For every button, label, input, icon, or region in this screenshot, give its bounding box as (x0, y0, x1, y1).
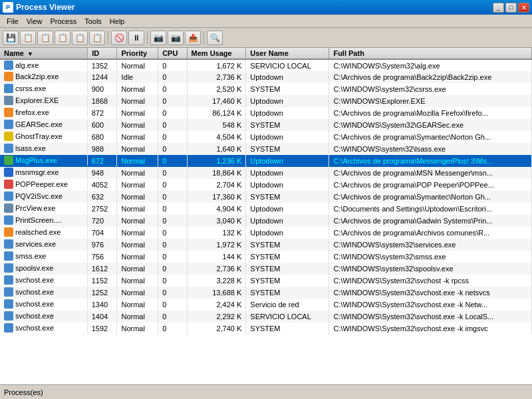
toolbar-copy2[interactable]: 📋 (37, 31, 53, 45)
table-row[interactable]: PrcView.exe2752Normal04,904 KUptodownC:\… (0, 203, 532, 215)
table-row[interactable]: POPPeeper.exe4052Normal02,704 KUptodownC… (0, 179, 532, 191)
table-row[interactable]: MsgPlus.exe672Normal01,236 KUptodownC:\A… (0, 155, 532, 167)
cell-user: Uptodown (246, 167, 329, 179)
cell-mem: 2,520 K (187, 83, 246, 95)
status-text: Process(es) (4, 388, 43, 396)
toolbar-copy3[interactable]: 📋 (55, 31, 70, 45)
toolbar-copy4[interactable]: 📋 (72, 31, 88, 45)
minimize-button[interactable]: _ (493, 3, 504, 13)
cell-name: PrcView.exe (0, 203, 88, 213)
toolbar-snap3[interactable]: 📤 (185, 31, 201, 45)
col-header-name[interactable]: Name ▼ (0, 48, 88, 59)
cell-cpu: 0 (158, 191, 187, 203)
cell-priority: Normal (117, 287, 158, 299)
maximize-button[interactable]: □ (505, 3, 517, 13)
proc-name: PQV2iSvc.exe (15, 192, 63, 200)
table-row[interactable]: firefox.exe872Normal086,124 KUptodownC:\… (0, 107, 532, 119)
cell-id: 1352 (88, 59, 117, 71)
cell-id: 600 (88, 119, 117, 131)
cell-user: SYSTEM (246, 251, 329, 263)
cell-id: 632 (88, 191, 117, 203)
cell-user: Servicio de red (246, 299, 329, 311)
menu-tools[interactable]: Tools (80, 16, 106, 27)
table-row[interactable]: realsched.exe704Normal0132 KUptodownC:\A… (0, 227, 532, 239)
toolbar-search[interactable]: 🔍 (207, 31, 223, 45)
process-table-container[interactable]: Name ▼ ID Priority CPU Mem Usage User Na… (0, 48, 532, 384)
cell-path: C:\Archivos de programa\Gadwin Systems\P… (329, 215, 532, 227)
sort-arrow: ▼ (27, 51, 33, 57)
menu-view[interactable]: View (23, 16, 47, 27)
table-row[interactable]: PQV2iSvc.exe632Normal017,360 KSYSTEMC:\A… (0, 191, 532, 203)
table-row[interactable]: spoolsv.exe1612Normal02,736 KSYSTEMC:\WI… (0, 263, 532, 275)
table-row[interactable]: svchost.exe1252Normal013,688 KSYSTEMC:\W… (0, 287, 532, 299)
table-row[interactable]: PrintScreen....720Normal03,040 KUptodown… (0, 215, 532, 227)
title-bar-title: Process Viewer (16, 3, 75, 12)
col-header-cpu[interactable]: CPU (158, 48, 187, 59)
col-header-mem[interactable]: Mem Usage (187, 48, 246, 59)
proc-icon (4, 251, 13, 261)
cell-name: svchost.exe (0, 299, 88, 309)
cell-id: 1244 (88, 71, 117, 83)
cell-path: C:\WINDOWS\System32\svchost.exe -k netsv… (329, 287, 532, 299)
table-row[interactable]: lsass.exe988Normal01,640 KSYSTEMC:\WINDO… (0, 143, 532, 155)
proc-icon (4, 227, 13, 237)
table-row[interactable]: svchost.exe1404Normal02,292 KSERVICIO LO… (0, 311, 532, 323)
cell-priority: Normal (117, 119, 158, 131)
proc-name: svchost.exe (15, 312, 54, 320)
toolbar-copy1[interactable]: 📋 (20, 31, 36, 45)
table-row[interactable]: Explorer.EXE1868Normal017,460 KUptodownC… (0, 95, 532, 107)
table-row[interactable]: smss.exe756Normal0144 KSYSTEMC:\WINDOWS\… (0, 251, 532, 263)
toolbar-pause[interactable]: ⏸ (128, 31, 144, 45)
cell-priority: Normal (117, 59, 158, 71)
table-row[interactable]: msnmsgr.exe948Normal018,864 KUptodownC:\… (0, 167, 532, 179)
cell-user: Uptodown (246, 155, 329, 167)
cell-name: svchost.exe (0, 287, 88, 297)
table-row[interactable]: GEARSec.exe600Normal0548 KSYSTEMC:\WINDO… (0, 119, 532, 131)
close-button[interactable]: ✕ (518, 3, 529, 13)
cell-user: SERVICIO LOCAL (246, 311, 329, 323)
table-row[interactable]: csrss.exe900Normal02,520 KSYSTEMC:\WINDO… (0, 83, 532, 95)
menu-process[interactable]: Process (46, 16, 80, 27)
toolbar-copy5[interactable]: 📋 (89, 31, 105, 45)
toolbar-save[interactable]: 💾 (3, 31, 19, 45)
cell-name: GhostTray.exe (0, 131, 88, 142)
cell-path: C:\Archivos de programa\Mozilla Firefox\… (329, 107, 532, 119)
toolbar-snap1[interactable]: 📷 (150, 31, 166, 45)
cell-cpu: 0 (158, 167, 187, 179)
cell-path: C:\WINDOWS\system32\lsass.exe (329, 143, 532, 155)
cell-priority: Normal (117, 275, 158, 287)
menu-file[interactable]: File (3, 16, 23, 27)
col-header-priority[interactable]: Priority (117, 48, 158, 59)
cell-cpu: 0 (158, 323, 187, 334)
toolbar-snap2[interactable]: 📷 (168, 31, 184, 45)
proc-name: svchost.exe (15, 288, 54, 296)
app-icon: P (3, 2, 13, 13)
toolbar-stop[interactable]: 🚫 (111, 31, 127, 45)
table-row[interactable]: alg.exe1352Normal01,672 KSERVICIO LOCALC… (0, 59, 532, 71)
cell-id: 1340 (88, 299, 117, 311)
menu-help[interactable]: Help (106, 16, 129, 27)
cell-path: C:\Archivos de programa\Back2zip\Back2zi… (329, 71, 532, 83)
cell-id: 1592 (88, 323, 117, 334)
proc-icon (4, 215, 13, 225)
table-row[interactable]: Back2zip.exe1244Idle02,736 KUptodownC:\A… (0, 71, 532, 83)
table-row[interactable]: services.exe976Normal01,972 KSYSTEMC:\WI… (0, 239, 532, 251)
cell-path: C:\WINDOWS\System32\svchost.exe -k Netw.… (329, 299, 532, 311)
col-header-path[interactable]: Full Path (329, 48, 532, 59)
cell-priority: Normal (117, 83, 158, 95)
proc-name: lsass.exe (15, 144, 46, 152)
table-row[interactable]: svchost.exe1592Normal02,740 KSYSTEMC:\WI… (0, 323, 532, 334)
table-body: alg.exe1352Normal01,672 KSERVICIO LOCALC… (0, 59, 532, 334)
proc-name: smss.exe (15, 252, 46, 260)
cell-id: 2752 (88, 203, 117, 215)
cell-cpu: 0 (158, 131, 187, 143)
col-header-id[interactable]: ID (88, 48, 117, 59)
table-row[interactable]: svchost.exe1340Normal02,424 KServicio de… (0, 299, 532, 311)
table-row[interactable]: GhostTray.exe680Normal04,504 KUptodownC:… (0, 131, 532, 143)
cell-cpu: 0 (158, 239, 187, 251)
col-header-user[interactable]: User Name (246, 48, 329, 59)
proc-icon (4, 203, 13, 213)
table-row[interactable]: svchost.exe1152Normal03,228 KSYSTEMC:\WI… (0, 275, 532, 287)
title-bar: P Process Viewer _ □ ✕ (0, 0, 532, 15)
cell-name: spoolsv.exe (0, 263, 88, 273)
